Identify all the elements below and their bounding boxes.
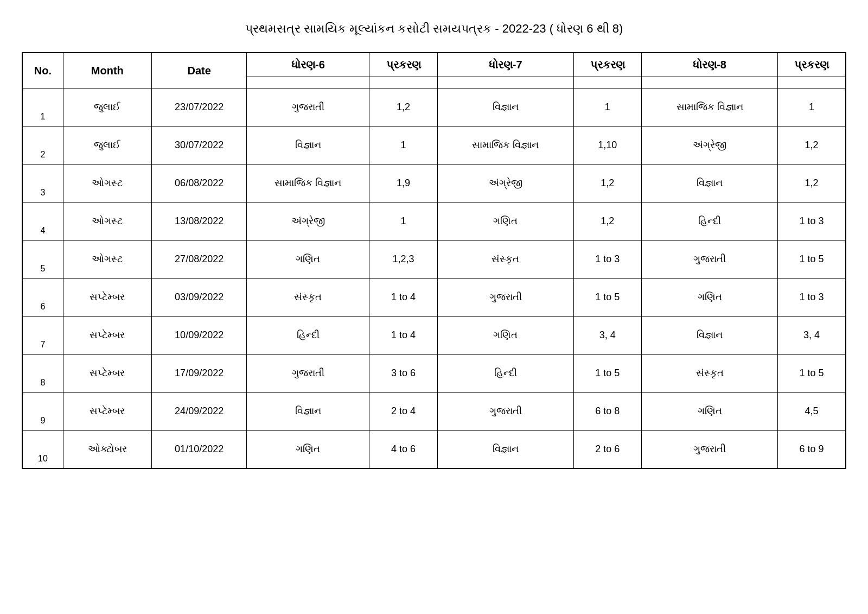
cell-no: 8 — [22, 355, 63, 393]
table-row: 4ઓગસ્ટ13/08/2022અંગ્રેજી1ગણિત1,2હિન્દી1 … — [22, 202, 846, 240]
cell-prakaran3: 1 to 3 — [778, 202, 846, 240]
header-row: No. Month Date ધોરણ-6 પ્રકરણ ધોરણ-7 પ્રક… — [22, 53, 846, 77]
header-month: Month — [63, 53, 151, 88]
table-row: 5ઓગસ્ટ27/08/2022ગણિત1,2,3સંસ્કૃત1 to 3ગુ… — [22, 240, 846, 278]
cell-date: 27/08/2022 — [151, 240, 247, 278]
cell-no: 9 — [22, 393, 63, 431]
cell-prakaran2: 6 to 8 — [573, 393, 641, 431]
cell-prakaran2: 1 to 5 — [573, 278, 641, 317]
schedule-table: No. Month Date ધોરણ-6 પ્રકરણ ધોરણ-7 પ્રક… — [22, 52, 846, 469]
table-row: 8સપ્ટેમ્બર17/09/2022ગુજરાતી3 to 6હિન્દી1… — [22, 355, 846, 393]
cell-no: 2 — [22, 126, 63, 164]
cell-prakaran1: 1,2,3 — [369, 240, 437, 278]
cell-date: 03/09/2022 — [151, 278, 247, 317]
cell-date: 23/07/2022 — [151, 88, 247, 126]
header-prakaran1: પ્રકરણ — [369, 53, 437, 77]
cell-prakaran1: 1,2 — [369, 88, 437, 126]
cell-dhoran6: ગુજરાતી — [247, 88, 369, 126]
cell-prakaran3: 1 to 5 — [778, 240, 846, 278]
cell-dhoran6: ગણિત — [247, 431, 369, 469]
cell-prakaran3: 4,5 — [778, 393, 846, 431]
cell-month: સપ્ટેમ્બર — [63, 317, 151, 355]
cell-no: 6 — [22, 278, 63, 317]
cell-month: જુલાઈ — [63, 126, 151, 164]
cell-prakaran3: 1 to 3 — [778, 278, 846, 317]
cell-dhoran6: ગુજરાતી — [247, 355, 369, 393]
cell-date: 17/09/2022 — [151, 355, 247, 393]
cell-date: 01/10/2022 — [151, 431, 247, 469]
cell-dhoran8: અંગ્રેજી — [642, 126, 778, 164]
cell-prakaran3: 1 to 5 — [778, 355, 846, 393]
table-container: No. Month Date ધોરણ-6 પ્રકરણ ધોરણ-7 પ્રક… — [22, 52, 846, 469]
table-row: 3ઓગસ્ટ06/08/2022સામાજિક વિજ્ઞાન1,9અંગ્રે… — [22, 164, 846, 202]
cell-prakaran1: 1 — [369, 126, 437, 164]
cell-no: 7 — [22, 317, 63, 355]
cell-prakaran3: 6 to 9 — [778, 431, 846, 469]
cell-dhoran7: હિન્દી — [437, 355, 573, 393]
cell-dhoran7: ગણિત — [437, 317, 573, 355]
table-row: 2જુલાઈ30/07/2022વિજ્ઞાન1સામાજિક વિજ્ઞાન1… — [22, 126, 846, 164]
cell-month: સપ્ટેમ્બર — [63, 355, 151, 393]
cell-date: 10/09/2022 — [151, 317, 247, 355]
cell-dhoran8: વિજ્ઞાન — [642, 164, 778, 202]
cell-date: 24/09/2022 — [151, 393, 247, 431]
cell-dhoran8: ગણિત — [642, 278, 778, 317]
cell-month: જુલાઈ — [63, 88, 151, 126]
cell-prakaran1: 4 to 6 — [369, 431, 437, 469]
header-prakaran2: પ્રકરણ — [573, 53, 641, 77]
cell-prakaran3: 3, 4 — [778, 317, 846, 355]
cell-no: 5 — [22, 240, 63, 278]
cell-dhoran6: અંગ્રેજી — [247, 202, 369, 240]
cell-dhoran8: સંસ્કૃત — [642, 355, 778, 393]
header-date: Date — [151, 53, 247, 88]
cell-prakaran1: 1 to 4 — [369, 317, 437, 355]
cell-dhoran6: વિજ્ઞાન — [247, 393, 369, 431]
cell-prakaran1: 2 to 4 — [369, 393, 437, 431]
header-dhoran8: ધોરણ-8 — [642, 53, 778, 77]
cell-month: સપ્ટેમ્બર — [63, 393, 151, 431]
cell-dhoran8: ગુજરાતી — [642, 240, 778, 278]
cell-date: 06/08/2022 — [151, 164, 247, 202]
header-prakaran3: પ્રકરણ — [778, 53, 846, 77]
table-row: 1જુલાઈ23/07/2022ગુજરાતી1,2વિજ્ઞાન1સામાજિ… — [22, 88, 846, 126]
table-body: 1જુલાઈ23/07/2022ગુજરાતી1,2વિજ્ઞાન1સામાજિ… — [22, 88, 846, 469]
cell-prakaran1: 1,9 — [369, 164, 437, 202]
cell-no: 3 — [22, 164, 63, 202]
cell-dhoran6: ગણિત — [247, 240, 369, 278]
header-dhoran6: ધોરણ-6 — [247, 53, 369, 77]
cell-prakaran2: 1 to 3 — [573, 240, 641, 278]
cell-dhoran8: વિજ્ઞાન — [642, 317, 778, 355]
cell-prakaran3: 1 — [778, 88, 846, 126]
cell-dhoran6: વિજ્ઞાન — [247, 126, 369, 164]
cell-month: ઓગસ્ટ — [63, 240, 151, 278]
cell-no: 10 — [22, 431, 63, 469]
cell-dhoran7: સંસ્કૃત — [437, 240, 573, 278]
cell-dhoran7: અંગ્રેજી — [437, 164, 573, 202]
table-row: 6સપ્ટેમ્બર03/09/2022સંસ્કૃત1 to 4ગુજરાતી… — [22, 278, 846, 317]
cell-dhoran6: સામાજિક વિજ્ઞાન — [247, 164, 369, 202]
cell-dhoran8: સામાજિક વિજ્ઞાન — [642, 88, 778, 126]
cell-prakaran2: 3, 4 — [573, 317, 641, 355]
cell-dhoran6: હિન્દી — [247, 317, 369, 355]
cell-dhoran7: વિજ્ઞાન — [437, 88, 573, 126]
cell-dhoran8: ગુજરાતી — [642, 431, 778, 469]
cell-prakaran2: 2 to 6 — [573, 431, 641, 469]
table-row: 9સપ્ટેમ્બર24/09/2022વિજ્ઞાન2 to 4ગુજરાતી… — [22, 393, 846, 431]
table-row: 7સપ્ટેમ્બર10/09/2022હિન્દી1 to 4ગણિત3, 4… — [22, 317, 846, 355]
cell-prakaran3: 1,2 — [778, 164, 846, 202]
cell-dhoran6: સંસ્કૃત — [247, 278, 369, 317]
cell-month: ઓગસ્ટ — [63, 202, 151, 240]
table-row: 10ઓક્ટોબર01/10/2022ગણિત4 to 6વિજ્ઞાન2 to… — [22, 431, 846, 469]
cell-dhoran7: ગુજરાતી — [437, 278, 573, 317]
cell-prakaran1: 1 — [369, 202, 437, 240]
cell-dhoran7: વિજ્ઞાન — [437, 431, 573, 469]
cell-prakaran3: 1,2 — [778, 126, 846, 164]
cell-month: ઓગસ્ટ — [63, 164, 151, 202]
cell-no: 4 — [22, 202, 63, 240]
cell-month: ઓક્ટોબર — [63, 431, 151, 469]
page-title: પ્રથમસત્ર સામયિક મૂલ્યાંકન કસોટી સમયપત્ર… — [22, 22, 846, 36]
cell-dhoran8: ગણિત — [642, 393, 778, 431]
cell-month: સપ્ટેમ્બર — [63, 278, 151, 317]
cell-prakaran2: 1,2 — [573, 164, 641, 202]
cell-dhoran7: ગુજરાતી — [437, 393, 573, 431]
